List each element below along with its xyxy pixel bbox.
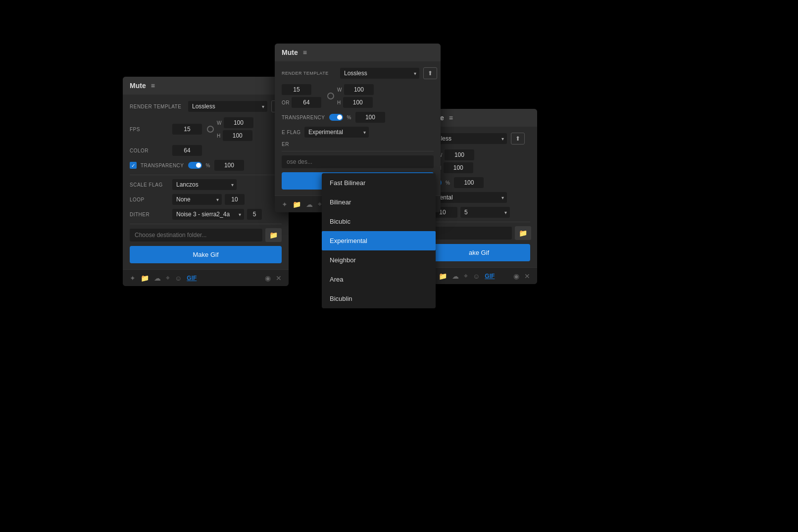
hamburger-icon-3[interactable]: ≡ — [449, 114, 453, 122]
panel-1-header: Mute ≡ — [123, 77, 289, 95]
wand-icon-2[interactable]: ✦ — [282, 200, 288, 208]
divider-bottom-1 — [130, 224, 282, 224]
cloud-icon-3[interactable]: ☁ — [452, 272, 459, 280]
folder-input-1[interactable] — [130, 229, 262, 242]
h-label-1: H — [217, 133, 221, 139]
loop-num-input-1[interactable] — [225, 194, 245, 205]
scale-flag-dropdown: Fast Bilinear Bilinear Bicubic Experimen… — [322, 173, 436, 308]
transparency-row-2: TRANSPARENCY % — [282, 112, 434, 123]
transparency-toggle-2[interactable] — [329, 114, 343, 121]
dropdown-item-bicublin[interactable]: Bicublin — [322, 289, 436, 308]
er-label-2: ER — [282, 142, 294, 147]
w-input-3[interactable] — [445, 149, 474, 160]
dither-wrapper-1: Noise 3 - sierra2_4a — [172, 209, 244, 220]
folder-input-3[interactable] — [428, 227, 512, 240]
transparency-checkbox-1[interactable] — [130, 162, 137, 169]
render-template-label-2: RENDER TEMPLATE — [282, 71, 336, 76]
scale-flag-select-2[interactable]: Experimental — [304, 127, 369, 138]
dropdown-item-area[interactable]: Area — [322, 270, 436, 289]
transparency-row-3: % — [428, 177, 530, 188]
folder-input-2[interactable] — [282, 155, 434, 168]
make-gif-button-1[interactable]: Make Gif — [130, 246, 282, 263]
divider-2 — [282, 151, 434, 151]
wh-group-3: W H — [438, 149, 474, 173]
dropdown-item-neighbor[interactable]: Neighbor — [322, 250, 436, 270]
panel-1-body: RENDER TEMPLATE Lossless ⬆ FPS W H — [123, 95, 289, 269]
gif-tab-1[interactable]: GIF — [187, 275, 197, 282]
settings-icon-1[interactable]: ✕ — [276, 274, 282, 282]
dropdown-item-fast-bilinear[interactable]: Fast Bilinear — [322, 173, 436, 193]
w-label-2: W — [337, 87, 342, 93]
fps-input-2[interactable] — [282, 84, 311, 95]
user-icon-3[interactable]: ◉ — [513, 272, 519, 280]
hamburger-icon-2[interactable]: ≡ — [303, 48, 307, 56]
dither-select-1[interactable]: Noise 3 - sierra2_4a — [172, 209, 244, 220]
wh-group-1: W H — [217, 117, 253, 141]
w-input-2[interactable] — [344, 84, 374, 95]
loop-label-1: LOOP — [130, 197, 169, 202]
cloud-icon-2[interactable]: ☁ — [306, 200, 313, 208]
share-button-2[interactable]: ⬆ — [423, 67, 437, 79]
scale-flag-label-2: E FLAG — [282, 130, 301, 135]
radio-1[interactable] — [207, 126, 214, 133]
w-input-1[interactable] — [224, 117, 253, 128]
color-input-1[interactable] — [172, 145, 202, 156]
folder-button-1[interactable]: 📁 — [265, 228, 282, 242]
er-row-2: ER — [282, 142, 434, 147]
cloud-icon-1[interactable]: ☁ — [154, 274, 161, 282]
pct-label-2: % — [347, 115, 351, 120]
transparency-toggle-1[interactable] — [188, 162, 202, 169]
fps-row-1: FPS W H — [130, 117, 282, 141]
panel-2-header: Mute ≡ — [275, 44, 441, 61]
loop-select-1[interactable]: None — [172, 194, 222, 205]
binoculars-icon-1[interactable]: ⌖ — [166, 274, 170, 282]
hamburger-icon-1[interactable]: ≡ — [151, 82, 155, 90]
transparency-row-1: TRANSPARENCY % — [130, 160, 282, 171]
render-template-select-1[interactable]: Lossless — [188, 101, 267, 112]
h-input-2[interactable] — [343, 97, 373, 108]
transparency-input-2[interactable] — [355, 112, 385, 123]
scale-flag-row-1: SCALE FLAG Lanczos — [130, 179, 282, 190]
dither-num-input-1[interactable] — [247, 209, 262, 220]
dither-select-3[interactable]: 5 — [460, 207, 510, 218]
share-button-3[interactable]: ⬆ — [511, 133, 525, 145]
h-input-1[interactable] — [223, 130, 252, 141]
toolbar-1: ✦ 📁 ☁ ⌖ ☺ GIF ◉ ✕ — [123, 269, 289, 286]
transparency-input-1[interactable] — [214, 160, 244, 171]
scale-flag-select-1[interactable]: Lanczos — [172, 179, 237, 190]
folder-row-1: 📁 — [130, 228, 282, 242]
face-icon-1[interactable]: ☺ — [175, 274, 182, 282]
render-template-row-2: RENDER TEMPLATE Lossless ⬆ — [282, 67, 434, 79]
transparency-label-1: TRANSPARENCY — [141, 163, 184, 168]
gif-tab-3[interactable]: GIF — [485, 273, 495, 280]
binoculars-icon-3[interactable]: ⌖ — [464, 272, 468, 280]
wand-icon-1[interactable]: ✦ — [130, 274, 136, 282]
settings-icon-3[interactable]: ✕ — [524, 272, 530, 280]
h-input-3[interactable] — [444, 162, 473, 173]
dropdown-item-bicubic[interactable]: Bicubic — [322, 212, 436, 231]
dither-label-1: DITHER — [130, 212, 169, 217]
folder-icon-2[interactable]: 📁 — [293, 200, 301, 208]
color-label-2: OR — [282, 100, 290, 105]
dither-wrapper-3: 5 — [460, 207, 510, 218]
scale-flag-row-2: E FLAG Experimental — [282, 127, 434, 138]
folder-button-3[interactable]: 📁 — [515, 226, 531, 240]
make-gif-button-3[interactable]: ake Gif — [428, 244, 530, 261]
folder-icon-1[interactable]: 📁 — [141, 274, 149, 282]
user-icon-1[interactable]: ◉ — [265, 274, 271, 282]
scale-flag-row-3: nmental — [428, 192, 530, 203]
dropdown-item-bilinear[interactable]: Bilinear — [322, 193, 436, 212]
w-label-1: W — [217, 120, 222, 126]
dropdown-item-experimental[interactable]: Experimental — [322, 231, 436, 250]
binoculars-icon-2[interactable]: ⌖ — [318, 200, 322, 208]
color-label-1: COLOR — [130, 148, 169, 153]
face-icon-3[interactable]: ☺ — [473, 272, 480, 280]
color-input-2[interactable] — [292, 97, 321, 108]
radio-2[interactable] — [327, 93, 334, 99]
toolbar-3: ✦ 📁 ☁ ⌖ ☺ GIF ◉ ✕ — [421, 267, 537, 284]
render-template-select-2[interactable]: Lossless — [340, 68, 419, 79]
render-template-select-wrapper-1: Lossless — [188, 101, 267, 112]
transparency-input-3[interactable] — [454, 177, 484, 188]
fps-input-1[interactable] — [172, 124, 202, 135]
folder-icon-3[interactable]: 📁 — [439, 272, 447, 280]
